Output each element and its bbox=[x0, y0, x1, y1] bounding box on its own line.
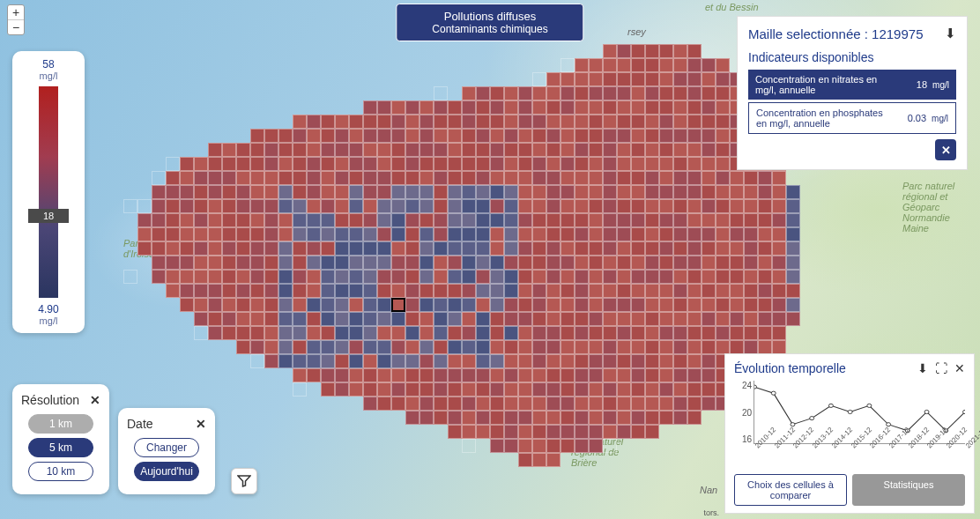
indicator-unit: mg/l bbox=[932, 114, 948, 123]
layer-title-banner[interactable]: Pollutions diffuses Contaminants chimiqu… bbox=[396, 4, 583, 41]
svg-point-3 bbox=[810, 417, 814, 420]
temporal-title: Évolution temporelle bbox=[734, 361, 846, 375]
map-label-iroise: Parc naturel marin d'Iroise bbox=[123, 238, 212, 259]
date-change-button[interactable]: Changer bbox=[134, 438, 199, 457]
color-legend: 58 mg/l 18 4.90 mg/l bbox=[12, 51, 85, 333]
indicator-row-nitrates[interactable]: Concentration en nitrates en mg/l, annue… bbox=[748, 70, 956, 100]
map-label-normandie: Parc naturel régional et Géoparc Normand… bbox=[902, 181, 976, 234]
date-title: Date bbox=[127, 417, 153, 431]
temporal-chart[interactable]: 242016 2010-122011-122012-122013-122014-… bbox=[754, 381, 965, 460]
legend-min-unit: mg/l bbox=[40, 315, 58, 326]
indicator-label: Concentration en phosphates en mg/l, ann… bbox=[756, 108, 888, 129]
svg-point-6 bbox=[867, 404, 872, 407]
map-label-briere: Parc naturel régional de Brière bbox=[571, 436, 642, 468]
indicator-value: 18 bbox=[917, 79, 927, 90]
close-icon[interactable] bbox=[954, 361, 965, 375]
layer-subtitle: Contaminants chimiques bbox=[432, 23, 547, 35]
download-icon[interactable] bbox=[945, 26, 956, 41]
date-panel: Date ✕ Changer Aujourd'hui bbox=[118, 408, 215, 494]
indicators-title: Indicateurs disponibles bbox=[748, 50, 956, 64]
resolution-panel: Résolution ✕ 1 km 5 km 10 km bbox=[12, 384, 109, 494]
filter-button[interactable] bbox=[231, 468, 257, 494]
chart-x-axis: 2010-122011-122012-122013-122014-122015-… bbox=[754, 444, 965, 462]
svg-point-9 bbox=[924, 410, 929, 413]
svg-point-0 bbox=[754, 385, 756, 389]
statistics-button[interactable]: Statistiques bbox=[852, 474, 965, 506]
funnel-icon bbox=[237, 474, 251, 488]
svg-point-1 bbox=[771, 391, 776, 395]
legend-max: 58 bbox=[42, 58, 54, 70]
date-today-button[interactable]: Aujourd'hui bbox=[134, 462, 199, 481]
indicator-row-phosphates[interactable]: Concentration en phosphates en mg/l, ann… bbox=[748, 102, 956, 134]
map-label-bessin: et du Bessin bbox=[705, 2, 759, 12]
legend-marker: 18 bbox=[28, 209, 69, 223]
legend-max-unit: mg/l bbox=[40, 70, 58, 81]
chart-y-axis: 242016 bbox=[734, 381, 752, 444]
close-icon[interactable]: ✕ bbox=[90, 393, 100, 407]
legend-min: 4.90 bbox=[38, 303, 58, 315]
indicator-value: 0.03 bbox=[908, 113, 926, 123]
expand-icon[interactable] bbox=[935, 361, 947, 375]
cell-label: Maille selectionnée : bbox=[748, 26, 868, 41]
legend-gradient: 18 bbox=[39, 86, 58, 298]
temporal-panel: Évolution temporelle 242016 2010-122011-… bbox=[724, 353, 975, 514]
cell-info-panel: Maille selectionnée : 1219975 Indicateur… bbox=[737, 16, 968, 170]
close-icon[interactable]: ✕ bbox=[196, 417, 206, 431]
map-label-nantes: Nan bbox=[700, 485, 717, 495]
svg-point-4 bbox=[828, 404, 833, 407]
indicator-unit: mg/l bbox=[932, 80, 949, 90]
resolution-option-5km[interactable]: 5 km bbox=[28, 438, 93, 457]
zoom-controls: + − bbox=[7, 4, 25, 35]
zoom-in-button[interactable]: + bbox=[8, 5, 24, 19]
resolution-option-10km[interactable]: 10 km bbox=[28, 462, 93, 481]
cell-id: 1219975 bbox=[872, 26, 923, 41]
svg-point-11 bbox=[963, 410, 965, 413]
zoom-out-button[interactable]: − bbox=[8, 19, 24, 34]
map-label-jersey: rsey bbox=[627, 26, 646, 37]
resolution-option-1km[interactable]: 1 km bbox=[28, 414, 93, 434]
map-attribution: tors. bbox=[703, 508, 719, 517]
svg-point-7 bbox=[887, 423, 891, 426]
indicator-label: Concentration en nitrates en mg/l, annue… bbox=[755, 74, 887, 95]
close-panel-button[interactable]: ✕ bbox=[935, 139, 956, 160]
resolution-title: Résolution bbox=[21, 393, 79, 407]
svg-point-5 bbox=[848, 410, 852, 413]
layer-title: Pollutions diffuses bbox=[432, 10, 547, 23]
download-icon[interactable] bbox=[917, 361, 928, 375]
compare-cells-button[interactable]: Choix des cellules à comparer bbox=[734, 474, 847, 506]
